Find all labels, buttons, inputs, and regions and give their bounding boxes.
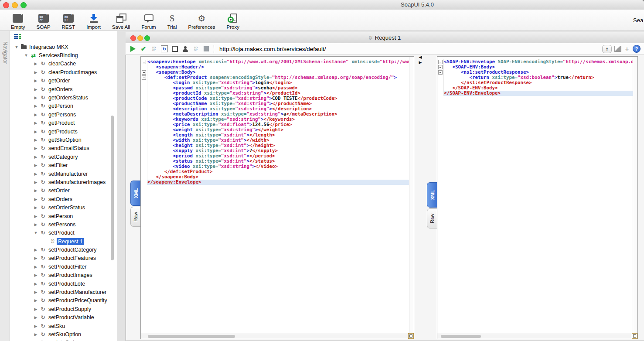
fold-collapse-icon[interactable]	[438, 70, 443, 75]
toolbar-button-empty[interactable]: *Empty	[5, 10, 31, 30]
collapsed-triangle-icon[interactable]: ▶	[33, 155, 39, 159]
tree-item-setorderstatus[interactable]: ▶↻setOrderStatus	[10, 203, 117, 211]
toolbar-button-forum[interactable]: Forum	[136, 10, 161, 30]
toolbar-button-preferences[interactable]: ⚙Preferences	[183, 10, 221, 30]
collapsed-triangle-icon[interactable]: ▶	[33, 130, 39, 134]
tree-item-getproduct[interactable]: ▶↻getProduct	[10, 119, 117, 127]
tree-item-request-1[interactable]: SOAPRequest 1	[10, 237, 117, 246]
response-hscroll-thumb[interactable]	[441, 335, 481, 338]
panel-splitter[interactable]: ◀ ▶	[417, 55, 423, 65]
collapsed-triangle-icon[interactable]: ▶	[33, 256, 39, 260]
collapsed-triangle-icon[interactable]: ▶	[33, 298, 39, 303]
endpoint-dropdown-stepper[interactable]: ▴▾	[602, 45, 612, 53]
response-vertical-scrollbar[interactable]	[633, 57, 637, 334]
toolbar-button-soap[interactable]: SOAP*SOAP	[31, 10, 56, 30]
request-corner-grip-icon[interactable]	[408, 333, 414, 339]
toolbar-button-trial[interactable]: STrial	[162, 10, 183, 30]
tab-request-xml[interactable]: XML	[130, 181, 141, 206]
tree-item-sendemailstatus[interactable]: ▶↻sendEmailStatus	[10, 144, 117, 153]
navigator-options-icon[interactable]	[14, 34, 21, 40]
collapsed-triangle-icon[interactable]: ▶	[33, 273, 39, 277]
collapsed-triangle-icon[interactable]: ▶	[33, 265, 39, 269]
expanded-triangle-icon[interactable]: ▼	[33, 231, 39, 235]
tree-item-setmanufacturerimages[interactable]: ▶↻setManufacturerImages	[10, 178, 117, 186]
request-xml-editor[interactable]: <soapenv:Envelope xmlns:xsi="http://www.…	[140, 56, 414, 339]
toolbar-button-import[interactable]: Import	[81, 10, 106, 30]
fold-collapse-icon[interactable]	[438, 60, 443, 64]
tree-item-setmanufacturer[interactable]: ▶↻setManufacturer	[10, 170, 117, 178]
add-endpoint-button[interactable]: +	[624, 45, 630, 53]
tree-item-setcategory[interactable]: ▶↻setCategory	[10, 153, 117, 161]
request-vertical-scrollbar[interactable]	[409, 57, 414, 334]
tree-item-setproductmanufacturer[interactable]: ▶↻setProductManufacturer	[10, 288, 117, 296]
request-hscroll-thumb[interactable]	[148, 335, 235, 338]
collapsed-triangle-icon[interactable]: ▶	[33, 78, 39, 83]
fold-collapse-icon[interactable]	[142, 75, 146, 80]
tab-request-raw[interactable]: Raw	[130, 207, 141, 227]
tree-item-getperson[interactable]: ▶↻getPerson	[10, 102, 117, 110]
tree-item-setperson[interactable]: ▶↻setPerson	[10, 212, 117, 220]
resubmit-request-button[interactable]: ✔	[140, 45, 147, 53]
recreate-request-button[interactable]: ↻	[160, 45, 168, 53]
close-window-button[interactable]	[3, 2, 9, 8]
help-button[interactable]: ?	[633, 45, 641, 53]
navigator-scrollbar-thumb[interactable]	[111, 116, 114, 260]
tree-item-setproductsupply[interactable]: ▶↻setProductSupply	[10, 305, 117, 313]
tree-item-getordersstatus[interactable]: ▶↻getOrdersStatus	[10, 93, 117, 102]
tree-item-setproduct[interactable]: ▼↻setProduct	[10, 229, 117, 237]
tree-item-clearcache[interactable]: ▶↻clearCache	[10, 60, 117, 68]
toolbar-button-rest[interactable]: REST*REST	[56, 10, 81, 30]
tree-item-getproducts[interactable]: ▶↻getProducts	[10, 127, 117, 136]
collapse-right-icon[interactable]: ▶	[417, 60, 423, 65]
tree-item-setproductlote[interactable]: ▶↻setProductLote	[10, 280, 117, 288]
endpoint-url-input[interactable]: http://loja.makex.com.br/services/defaul…	[218, 46, 600, 52]
collapsed-triangle-icon[interactable]: ▶	[33, 222, 39, 227]
add-to-mockservice-button[interactable]	[181, 45, 189, 53]
tree-item-getorder[interactable]: ▶↻getOrder	[10, 77, 117, 85]
collapsed-triangle-icon[interactable]: ▶	[33, 180, 39, 184]
response-xml-editor[interactable]: <SOAP-ENV:Envelope SOAP-ENV:encodingStyl…	[437, 56, 638, 339]
collapsed-triangle-icon[interactable]: ▶	[33, 307, 39, 311]
tree-item-setproductfilter[interactable]: ▶↻setProductFilter	[10, 263, 117, 271]
request-horizontal-scrollbar[interactable]	[141, 334, 409, 339]
submit-request-button[interactable]	[129, 45, 137, 53]
response-corner-grip-icon[interactable]	[632, 333, 637, 339]
collapsed-triangle-icon[interactable]: ▶	[33, 188, 39, 193]
response-code-area[interactable]: <SOAP-ENV:Envelope SOAP-ENV:encodingStyl…	[437, 57, 633, 334]
collapsed-triangle-icon[interactable]: ▶	[33, 70, 39, 75]
tree-item-clearproductimages[interactable]: ▶↻clearProductImages	[10, 68, 117, 76]
collapsed-triangle-icon[interactable]: ▶	[33, 197, 39, 201]
tree-item-updateorder[interactable]: ▶↻updateOrder	[10, 339, 117, 341]
tree-item-setproductcategory[interactable]: ▶↻setProductCategory	[10, 246, 117, 254]
collapsed-triangle-icon[interactable]: ▶	[33, 146, 39, 150]
response-horizontal-scrollbar[interactable]	[437, 334, 633, 339]
tree-item-setorders[interactable]: ▶↻setOrders	[10, 195, 117, 203]
collapsed-triangle-icon[interactable]: ▶	[33, 138, 39, 142]
create-empty-request-button[interactable]: SOAP	[192, 45, 200, 53]
tree-item-setproductimages[interactable]: ▶↻setProductImages	[10, 271, 117, 280]
collapsed-triangle-icon[interactable]: ▶	[33, 163, 39, 167]
tree-item-setfilter[interactable]: ▶↻setFilter	[10, 161, 117, 169]
add-to-testcase-button[interactable]: SOAP	[150, 45, 158, 53]
tree-item-setproductfeatures[interactable]: ▶↻setProductFeatures	[10, 254, 117, 263]
cancel-request-button[interactable]	[171, 45, 179, 53]
toolbar-button-save-all[interactable]: Save All	[106, 10, 136, 30]
collapse-left-icon[interactable]: ◀	[417, 55, 423, 60]
zoom-window-button[interactable]	[20, 2, 27, 8]
collapsed-triangle-icon[interactable]: ▶	[33, 315, 39, 320]
collapsed-triangle-icon[interactable]: ▶	[33, 324, 39, 328]
request-code-area[interactable]: <soapenv:Envelope xmlns:xsi="http://www.…	[141, 57, 409, 334]
collapsed-triangle-icon[interactable]: ▶	[33, 172, 39, 176]
tree-item-setpersons[interactable]: ▶↻setPersons	[10, 220, 117, 228]
tree-item-integracao-mkx[interactable]: ▼Integracao MKX	[10, 43, 117, 51]
collapsed-triangle-icon[interactable]: ▶	[33, 95, 39, 100]
tree-item-getpersons[interactable]: ▶↻getPersons	[10, 110, 117, 119]
tab-response-xml[interactable]: XML	[427, 182, 437, 208]
toolbar-button-proxy[interactable]: Proxy	[221, 10, 245, 30]
editor-split-icon[interactable]	[614, 46, 621, 52]
tree-item-setproductpricequantity[interactable]: ▶↻setProductPriceQuantity	[10, 297, 117, 305]
collapsed-triangle-icon[interactable]: ▶	[33, 205, 39, 210]
fold-collapse-icon[interactable]	[438, 65, 443, 69]
fold-collapse-icon[interactable]	[142, 60, 146, 64]
expanded-triangle-icon[interactable]: ▼	[23, 53, 29, 58]
